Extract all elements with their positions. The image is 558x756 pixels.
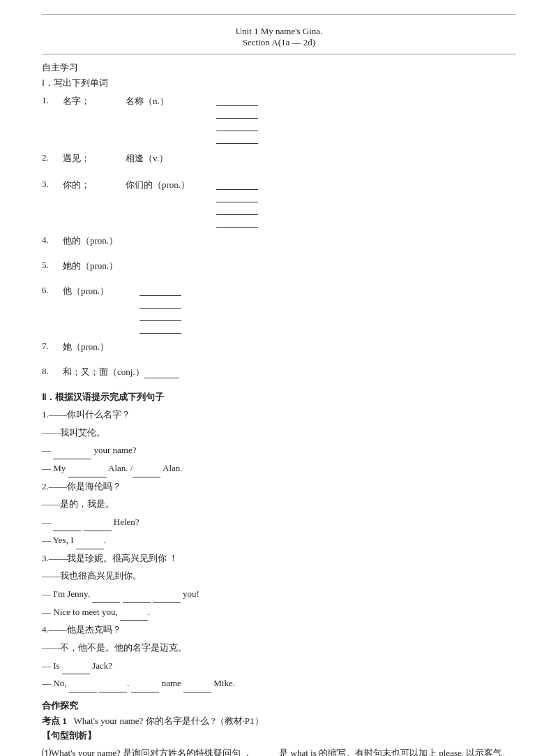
- word-item-8: 8. 和；又；面（conj.）: [42, 366, 516, 385]
- word-cn1-2: 遇见；: [63, 152, 126, 165]
- word-cn1-5: 她的（pron.）: [63, 260, 126, 272]
- word-num-5: 5.: [42, 260, 63, 271]
- word-blanks-3: [216, 179, 258, 229]
- sent-2-label: 2.——你是海伦吗？: [42, 478, 516, 496]
- analysis-title: 【句型剖析】: [42, 729, 516, 742]
- word-cn2-3: 你们的（pron.）: [126, 179, 216, 191]
- word-cn1-4: 他的（pron.）: [63, 235, 126, 247]
- word-num-4: 4.: [42, 235, 63, 246]
- word-cn1-6: 他（pron.）: [63, 285, 126, 297]
- word-item-4: 4. 他的（pron.）: [42, 235, 516, 254]
- word-cn1-8: 和；又；面（conj.）: [63, 366, 179, 378]
- word-item-2: 2. 遇见； 相逢（v.）: [42, 152, 516, 172]
- self-study-label: 自主学习: [42, 61, 516, 74]
- part1-title: Ⅰ．写出下列单词: [42, 77, 516, 89]
- part2-title: Ⅱ．根据汉语提示完成下列句子: [42, 391, 516, 403]
- point1-title: What's your name? 你的名字是什么 ?（教材·P1）: [74, 716, 264, 726]
- page-header: Unit 1 My name's Gina. Section A(1a — 2d…: [42, 26, 516, 54]
- sent-3-cn: ——我也很高兴见到你。: [42, 568, 516, 585]
- sent-1-en1: — your name?: [42, 442, 516, 459]
- sent-4-en2: — No, . name Mike.: [42, 675, 516, 692]
- point1-block: 考点 1 What's your name? 你的名字是什么 ?（教材·P1） …: [42, 715, 516, 756]
- sent-1-cn: ——我叫艾伦。: [42, 424, 516, 442]
- sent-3-label: 3.——我是珍妮。很高兴见到你 ！: [42, 550, 516, 568]
- word-list: 1. 名字； 名称（n.） 2. 遇见； 相逢（v.） 3. 你的； 你们的（p…: [42, 95, 516, 385]
- word-cn2-1: 名称（n.）: [126, 95, 216, 108]
- word-item-3: 3. 你的； 你们的（pron.）: [42, 179, 516, 229]
- word-item-6: 6. 他（pron.）: [42, 285, 516, 335]
- point1-header: 考点 1 What's your name? 你的名字是什么 ?（教材·P1）: [42, 715, 516, 727]
- word-cn1-1: 名字；: [63, 95, 126, 108]
- sent-4-label: 4.——他是杰克吗？: [42, 621, 516, 639]
- word-num-2: 2.: [42, 152, 63, 163]
- cooperation-title: 合作探究: [42, 699, 516, 712]
- top-divider: [42, 14, 516, 15]
- word-num-7: 7.: [42, 341, 63, 352]
- point1-label: 考点 1: [42, 716, 67, 726]
- word-num-6: 6.: [42, 285, 63, 296]
- word-cn1-3: 你的；: [63, 179, 126, 191]
- sent-4-cn: ——不，他不是。他的名字是迈克。: [42, 639, 516, 657]
- word-cn2-2: 相逢（v.）: [126, 152, 216, 165]
- sent-1-label: 1.——你叫什么名字？: [42, 406, 516, 424]
- sent-2-en2: — Yes, I .: [42, 532, 516, 549]
- word-item-5: 5. 她的（pron.）: [42, 260, 516, 279]
- word-item-7: 7. 她（pron.）: [42, 341, 516, 360]
- sentences-block: 1.——你叫什么名字？ ——我叫艾伦。 — your name? — My Al…: [42, 406, 516, 692]
- sent-3-en2: — Nice to meet you, .: [42, 604, 516, 621]
- analysis-line1: ⑴What's your name? 是询问对方姓名的特殊疑问句 ，______…: [42, 745, 516, 756]
- header-line1: Unit 1 My name's Gina.: [42, 26, 516, 37]
- header-line2: Section A(1a — 2d): [42, 37, 516, 48]
- word-cn1-7: 她（pron.）: [63, 341, 126, 353]
- word-blanks-6: [140, 285, 181, 335]
- sent-2-en1: — Helen?: [42, 514, 516, 531]
- sent-3-en1: — I'm Jenny. you!: [42, 586, 516, 603]
- sent-1-en2: — My Alan. / Alan.: [42, 460, 516, 477]
- sent-4-en1: — Is Jack?: [42, 658, 516, 675]
- word-num-3: 3.: [42, 179, 63, 190]
- word-item-1: 1. 名字； 名称（n.）: [42, 95, 516, 145]
- word-blanks-1: [216, 95, 258, 145]
- word-num-1: 1.: [42, 95, 63, 106]
- word-num-8: 8.: [42, 366, 63, 377]
- sent-2-cn: ——是的，我是。: [42, 496, 516, 513]
